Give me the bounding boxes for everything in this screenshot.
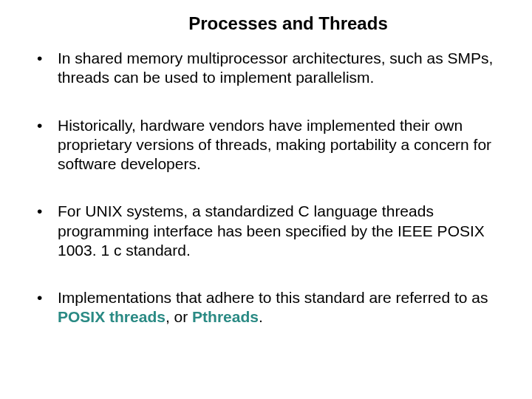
emphasis-pthreads: Pthreads <box>192 308 259 325</box>
bullet-item: For UNIX systems, a standardized C langu… <box>37 202 511 260</box>
bullet-list: In shared memory multiprocessor architec… <box>21 49 511 327</box>
bullet-item: In shared memory multiprocessor architec… <box>37 49 511 88</box>
bullet-item: Implementations that adhere to this stan… <box>37 288 511 327</box>
bullet-text: Historically, hardware vendors have impl… <box>58 117 491 173</box>
emphasis-posix-threads: POSIX threads <box>58 308 166 325</box>
bullet-item: Historically, hardware vendors have impl… <box>37 116 511 174</box>
bullet-text: In shared memory multiprocessor architec… <box>58 50 493 86</box>
slide-title: Processes and Threads <box>102 13 474 34</box>
bullet-text: For UNIX systems, a standardized C langu… <box>58 202 485 259</box>
bullet-text-mid: , or <box>166 308 192 325</box>
bullet-text-prefix: Implementations that adhere to this stan… <box>58 289 488 306</box>
bullet-text-suffix: . <box>259 308 263 325</box>
